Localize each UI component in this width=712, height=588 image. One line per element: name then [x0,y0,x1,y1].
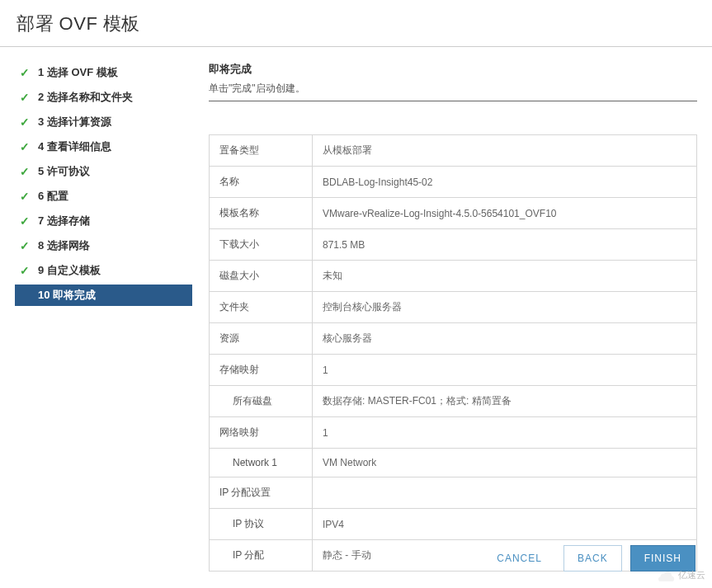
row-label: 磁盘大小 [210,261,313,292]
row-label: 所有磁盘 [210,386,313,417]
watermark-text: 亿速云 [678,569,705,581]
dialog-title: 部署 OVF 模板 [17,12,695,36]
wizard-step-label: 4 查看详细信息 [38,139,111,154]
row-value: IPV4 [313,509,697,540]
check-icon: ✓ [20,115,31,129]
details-table: 置备类型从模板部署名称BDLAB-Log-Insight45-02模板名称VMw… [209,134,697,572]
row-label: 置备类型 [210,135,313,167]
wizard-step-label: 8 选择网络 [38,238,90,253]
table-row: 下载大小871.5 MB [210,229,697,261]
wizard-step-1[interactable]: ✓1 选择 OVF 模板 [15,62,192,83]
wizard-step-label: 2 选择名称和文件夹 [38,90,133,105]
dialog-header: 部署 OVF 模板 [0,0,712,47]
wizard-step-label: 3 选择计算资源 [38,115,111,129]
row-value: 控制台核心服务器 [313,292,697,323]
content-title: 即将完成 [209,62,697,77]
row-label: IP 协议 [210,509,313,540]
row-label: 名称 [210,167,313,198]
cloud-icon [658,570,675,581]
wizard-step-8[interactable]: ✓8 选择网络 [15,235,192,256]
table-row: Network 1VM Network [210,449,697,477]
row-value: BDLAB-Log-Insight45-02 [313,167,697,198]
table-row: 名称BDLAB-Log-Insight45-02 [210,167,697,198]
table-row: IP 协议IPV4 [210,509,697,540]
row-label: 下载大小 [210,229,313,261]
details-tbody: 置备类型从模板部署名称BDLAB-Log-Insight45-02模板名称VMw… [210,135,697,572]
dialog-footer: CANCEL BACK FINISH [483,545,695,572]
content-divider [209,101,697,101]
check-icon: ✓ [20,239,31,252]
wizard-step-label: 1 选择 OVF 模板 [38,65,118,80]
wizard-step-6[interactable]: ✓6 配置 [15,186,192,207]
wizard-step-7[interactable]: ✓7 选择存储 [15,210,192,232]
table-row: 网络映射1 [210,417,697,449]
check-icon: ✓ [20,91,31,104]
wizard-content: 即将完成 单击"完成"启动创建。 置备类型从模板部署名称BDLAB-Log-In… [192,62,697,572]
wizard-step-label: 6 配置 [38,189,68,204]
check-icon: ✓ [20,190,31,203]
row-value: 数据存储: MASTER-FC01；格式: 精简置备 [313,386,697,417]
row-label: 文件夹 [210,292,313,323]
row-label: Network 1 [210,449,313,477]
row-label: 存储映射 [210,355,313,386]
table-row: 存储映射1 [210,355,697,386]
check-icon: ✓ [20,214,31,228]
row-value: 871.5 MB [313,229,697,261]
row-label: 资源 [210,323,313,355]
row-label: IP 分配设置 [210,477,313,509]
wizard-step-9[interactable]: ✓9 自定义模板 [15,260,192,281]
wizard-step-label: 9 自定义模板 [38,263,101,278]
wizard-step-label: 7 选择存储 [38,214,90,228]
row-label: IP 分配 [210,540,313,572]
row-value: 1 [313,417,697,449]
wizard-step-2[interactable]: ✓2 选择名称和文件夹 [15,87,192,108]
wizard-step-3[interactable]: ✓3 选择计算资源 [15,111,192,133]
check-icon: ✓ [20,165,31,178]
row-value: 从模板部署 [313,135,697,167]
row-label: 网络映射 [210,417,313,449]
row-value: VMware-vRealize-Log-Insight-4.5.0-565410… [313,198,697,229]
cancel-button[interactable]: CANCEL [483,546,555,571]
back-button[interactable]: BACK [563,545,622,572]
check-icon: ✓ [20,140,31,153]
table-row: 置备类型从模板部署 [210,135,697,167]
wizard-step-label: 10 即将完成 [38,288,96,303]
check-icon: ✓ [20,264,31,277]
table-row: IP 分配设置 [210,477,697,509]
wizard-step-10: 10 即将完成 [15,285,192,306]
table-row: 模板名称VMware-vRealize-Log-Insight-4.5.0-56… [210,198,697,229]
wizard-step-label: 5 许可协议 [38,164,90,179]
table-row: 磁盘大小未知 [210,261,697,292]
wizard-sidebar: ✓1 选择 OVF 模板✓2 选择名称和文件夹✓3 选择计算资源✓4 查看详细信… [15,62,192,572]
row-value: VM Network [313,449,697,477]
wizard-step-4[interactable]: ✓4 查看详细信息 [15,136,192,158]
wizard-step-5[interactable]: ✓5 许可协议 [15,161,192,182]
table-row: 资源核心服务器 [210,323,697,355]
check-icon: ✓ [20,66,31,79]
row-value: 核心服务器 [313,323,697,355]
content-subtitle: 单击"完成"启动创建。 [209,82,697,96]
watermark: 亿速云 [658,569,705,581]
finish-button[interactable]: FINISH [630,545,695,572]
row-value: 1 [313,355,697,386]
row-value [313,477,697,509]
row-label: 模板名称 [210,198,313,229]
table-row: 文件夹控制台核心服务器 [210,292,697,323]
table-row: 所有磁盘数据存储: MASTER-FC01；格式: 精简置备 [210,386,697,417]
main-content: ✓1 选择 OVF 模板✓2 选择名称和文件夹✓3 选择计算资源✓4 查看详细信… [0,47,712,572]
row-value: 未知 [313,261,697,292]
